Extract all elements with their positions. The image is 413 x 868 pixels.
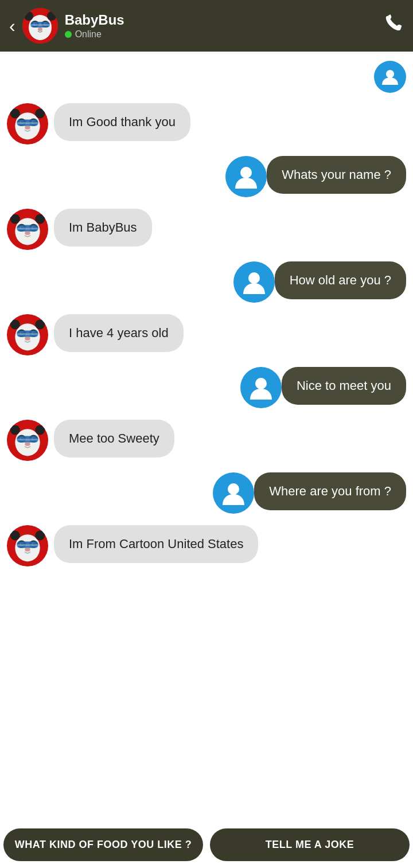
user-avatar [240,367,282,408]
svg-rect-68 [17,439,38,440]
user-avatar [225,156,267,197]
message-text: Mee too Sweety [69,431,159,445]
svg-point-45 [35,320,45,330]
bot-message-bubble: Im Good thank you [54,103,190,141]
message-row: How old are you ? [0,257,413,307]
message-row: Im From Cartoon United States [0,521,413,571]
message-text: Where are you from ? [269,484,391,498]
bot-avatar [7,525,48,566]
svg-rect-82 [17,544,38,546]
phone-button[interactable] [383,14,404,38]
online-dot [65,31,72,38]
svg-rect-54 [17,333,38,335]
partial-user-avatar [374,61,406,93]
bot-message-bubble: Im BabyBus [54,209,152,247]
svg-point-17 [35,109,45,119]
svg-point-53 [25,337,30,341]
message-row: Mee too Sweety [0,415,413,466]
message-text: Im Good thank you [69,115,176,129]
bot-message-bubble: Im From Cartoon United States [54,525,258,563]
svg-point-27 [240,167,252,178]
svg-point-31 [35,214,45,224]
svg-point-67 [25,442,30,446]
message-text: Im From Cartoon United States [69,537,243,551]
user-avatar [233,261,275,303]
svg-point-2 [24,11,33,21]
message-text: Whats your name ? [282,167,391,182]
contact-name: BabyBus [65,12,383,28]
svg-point-59 [35,425,45,435]
svg-point-13 [386,70,394,78]
message-row: Im BabyBus [0,204,413,255]
svg-point-81 [25,548,30,552]
status-label: Online [75,29,102,40]
message-text: Nice to meet you [297,378,391,393]
message-text: I have 4 years old [69,326,169,340]
svg-point-16 [10,109,20,119]
contact-info: BabyBus Online [65,12,383,40]
user-avatar [213,472,254,514]
svg-point-3 [47,11,56,21]
svg-point-25 [25,126,30,130]
message-row: Where are you from ? [0,468,413,518]
svg-rect-12 [30,24,50,26]
chat-header: ‹ BabyBus [0,0,413,52]
bot-avatar [7,420,48,461]
user-message-bubble: Nice to meet you [282,367,406,405]
back-button[interactable]: ‹ [9,15,15,37]
bot-avatar [7,103,48,144]
suggestion-chip-food[interactable]: WHAT KIND OF FOOD YOU LIKE ? [3,828,203,861]
svg-rect-26 [17,122,38,124]
message-row: I have 4 years old [0,310,413,360]
svg-point-41 [248,272,260,284]
svg-point-11 [38,28,42,31]
contact-avatar [22,8,58,44]
bot-message-bubble: I have 4 years old [54,314,184,352]
bot-avatar [7,314,48,355]
svg-point-72 [10,531,20,541]
message-text: How old are you ? [290,273,391,287]
message-row: Im Good thank you [0,99,413,149]
status-row: Online [65,29,383,40]
bot-avatar [7,209,48,250]
user-message-bubble: Whats your name ? [267,156,406,194]
chat-area: Im Good thank you Whats your name ? [0,52,413,868]
suggestion-chips-row: WHAT KIND OF FOOD YOU LIKE ? TELL ME A J… [0,823,413,868]
svg-rect-40 [17,228,38,229]
message-text: Im BabyBus [69,220,137,234]
suggestion-chip-joke[interactable]: TELL ME A JOKE [210,828,410,861]
svg-point-69 [228,483,239,495]
message-row: Nice to meet you [0,362,413,413]
svg-point-55 [255,378,267,389]
svg-point-58 [10,425,20,435]
svg-point-39 [25,231,30,235]
bot-message-bubble: Mee too Sweety [54,420,174,458]
svg-point-44 [10,320,20,330]
partial-message-row [0,57,413,96]
user-message-bubble: Where are you from ? [254,472,406,510]
user-message-bubble: How old are you ? [275,261,406,299]
svg-point-73 [35,531,45,541]
message-row: Whats your name ? [0,151,413,202]
svg-point-30 [10,214,20,224]
